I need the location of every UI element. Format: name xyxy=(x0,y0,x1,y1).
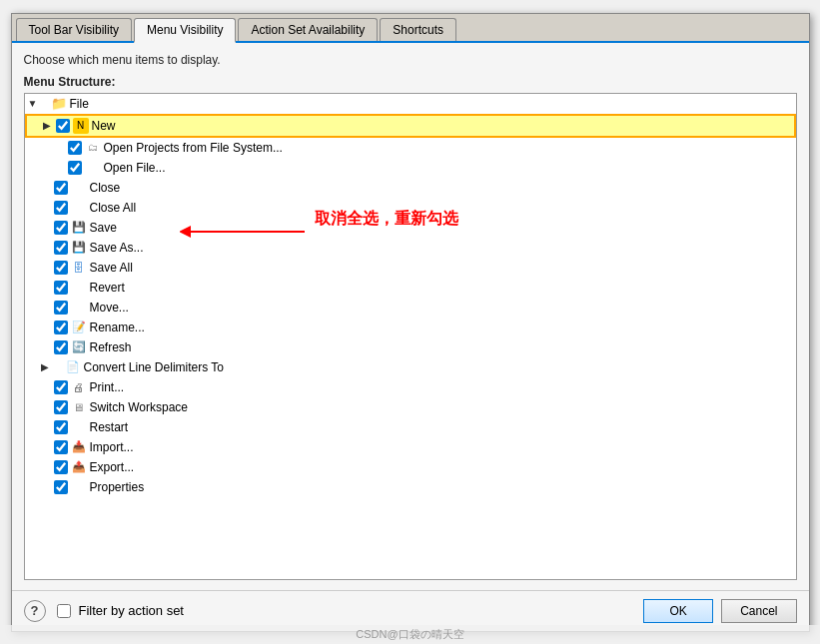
tab-toolbar[interactable]: Tool Bar Visibility xyxy=(16,18,132,41)
tree-item-close-all[interactable]: Close All xyxy=(25,198,796,218)
item-label-open-projects: Open Projects from File System... xyxy=(104,141,283,155)
icon-close xyxy=(71,180,87,196)
tree-item-new[interactable]: ▶ N New xyxy=(25,114,796,138)
save-as-icon: 💾 xyxy=(71,240,87,256)
refresh-icon: 🔄 xyxy=(71,339,87,355)
import-icon: 📥 xyxy=(71,439,87,455)
tree-item-move[interactable]: Move... xyxy=(25,298,796,318)
tree-item-file[interactable]: ▼ 📁 File xyxy=(25,94,796,114)
item-label-import: Import... xyxy=(90,440,134,454)
item-label-properties: Properties xyxy=(90,480,145,494)
checkbox-open-projects[interactable] xyxy=(68,141,82,155)
item-label-move: Move... xyxy=(90,301,129,315)
tab-actionset[interactable]: Action Set Availability xyxy=(238,18,378,41)
checkbox-save-as[interactable] xyxy=(54,241,68,255)
print-icon: 🖨 xyxy=(71,379,87,395)
expand-convert[interactable]: ▶ xyxy=(39,361,51,373)
tree-item-export[interactable]: 📤 Export... xyxy=(25,457,796,477)
checkbox-restart[interactable] xyxy=(54,420,68,434)
new-icon: N xyxy=(73,118,89,134)
folder-icon: 📁 xyxy=(51,96,67,112)
rename-icon: 📝 xyxy=(71,320,87,335)
tab-bar: Tool Bar Visibility Menu Visibility Acti… xyxy=(12,14,809,43)
tree-item-restart[interactable]: Restart xyxy=(25,417,796,437)
checkbox-close[interactable] xyxy=(54,181,68,195)
checkbox-close-all[interactable] xyxy=(54,201,68,215)
ok-button[interactable]: OK xyxy=(643,599,713,623)
content-area: Choose which menu items to display. Menu… xyxy=(12,43,809,590)
tree-item-save-all[interactable]: 🗄 Save All xyxy=(25,258,796,278)
export-icon: 📤 xyxy=(71,459,87,475)
item-label-open-file: Open File... xyxy=(104,161,166,175)
instruction-text: Choose which menu items to display. xyxy=(24,53,797,67)
item-label-save-all: Save All xyxy=(90,261,133,275)
preferences-dialog: Tool Bar Visibility Menu Visibility Acti… xyxy=(11,13,810,632)
tree-item-print[interactable]: 🖨 Print... xyxy=(25,377,796,397)
tree-item-revert[interactable]: Revert xyxy=(25,278,796,298)
checkbox-properties[interactable] xyxy=(54,480,68,494)
tree-container[interactable]: 取消全选，重新勾选 ▼ 📁 File ▶ xyxy=(24,93,797,580)
tree-item-properties[interactable]: Properties xyxy=(25,477,796,497)
tree-item-close[interactable]: Close xyxy=(25,178,796,198)
item-label-close-all: Close All xyxy=(90,201,137,215)
checkbox-save-all[interactable] xyxy=(54,261,68,275)
checkbox-new[interactable] xyxy=(56,119,70,133)
filter-label: Filter by action set xyxy=(79,603,185,618)
filter-checkbox[interactable] xyxy=(57,604,71,618)
item-label-switch-workspace: Switch Workspace xyxy=(90,400,188,414)
checkbox-import[interactable] xyxy=(54,440,68,454)
restart-icon xyxy=(71,419,87,435)
item-label-print: Print... xyxy=(90,380,125,394)
expand-file[interactable]: ▼ xyxy=(27,98,39,110)
file-icon-open-projects: 🗂 xyxy=(85,140,101,156)
move-icon xyxy=(71,300,87,316)
item-label-save: Save xyxy=(90,221,117,235)
icon-close-all xyxy=(71,200,87,216)
checkbox-save[interactable] xyxy=(54,221,68,235)
cancel-button[interactable]: Cancel xyxy=(721,599,796,623)
checkbox-print[interactable] xyxy=(54,380,68,394)
item-label-convert: Convert Line Delimiters To xyxy=(84,360,225,374)
file-icon-open-file xyxy=(85,160,101,176)
help-button[interactable]: ? xyxy=(24,600,46,622)
item-label-revert: Revert xyxy=(90,281,125,295)
convert-icon: 📄 xyxy=(65,359,81,375)
item-label-close: Close xyxy=(90,181,121,195)
checkbox-switch-workspace[interactable] xyxy=(54,400,68,414)
tree-item-refresh[interactable]: 🔄 Refresh xyxy=(25,337,796,357)
tree-item-import[interactable]: 📥 Import... xyxy=(25,437,796,457)
tree-item-save-as[interactable]: 💾 Save As... xyxy=(25,238,796,258)
workspace-icon: 🖥 xyxy=(71,399,87,415)
checkbox-refresh[interactable] xyxy=(54,340,68,354)
filter-area: Filter by action set xyxy=(54,603,644,618)
tree-item-convert[interactable]: ▶ 📄 Convert Line Delimiters To xyxy=(25,357,796,377)
item-label-file: File xyxy=(70,97,89,111)
checkbox-open-file[interactable] xyxy=(68,161,82,175)
tree-item-switch-workspace[interactable]: 🖥 Switch Workspace xyxy=(25,397,796,417)
item-label-refresh: Refresh xyxy=(90,340,132,354)
checkbox-revert[interactable] xyxy=(54,281,68,295)
dialog-buttons: OK Cancel xyxy=(643,599,796,623)
tab-shortcuts[interactable]: Shortcuts xyxy=(380,18,456,41)
expand-new[interactable]: ▶ xyxy=(41,120,53,132)
tree-item-save[interactable]: 💾 Save xyxy=(25,218,796,238)
menu-structure-label: Menu Structure: xyxy=(24,75,797,89)
tab-menu-visibility[interactable]: Menu Visibility xyxy=(134,18,236,43)
checkbox-move[interactable] xyxy=(54,301,68,315)
properties-icon xyxy=(71,479,87,495)
checkbox-rename[interactable] xyxy=(54,321,68,334)
tree-item-open-projects[interactable]: 🗂 Open Projects from File System... xyxy=(25,138,796,158)
tree-item-open-file[interactable]: Open File... xyxy=(25,158,796,178)
save-all-icon: 🗄 xyxy=(71,260,87,276)
item-label-new: New xyxy=(92,119,116,133)
revert-icon xyxy=(71,280,87,296)
item-label-rename: Rename... xyxy=(90,321,145,334)
tree-item-rename[interactable]: 📝 Rename... xyxy=(25,318,796,337)
item-label-export: Export... xyxy=(90,460,135,474)
watermark: CSDN@口袋の晴天空 xyxy=(0,625,820,644)
save-icon: 💾 xyxy=(71,220,87,236)
item-label-restart: Restart xyxy=(90,420,129,434)
item-label-save-as: Save As... xyxy=(90,241,144,255)
checkbox-export[interactable] xyxy=(54,460,68,474)
